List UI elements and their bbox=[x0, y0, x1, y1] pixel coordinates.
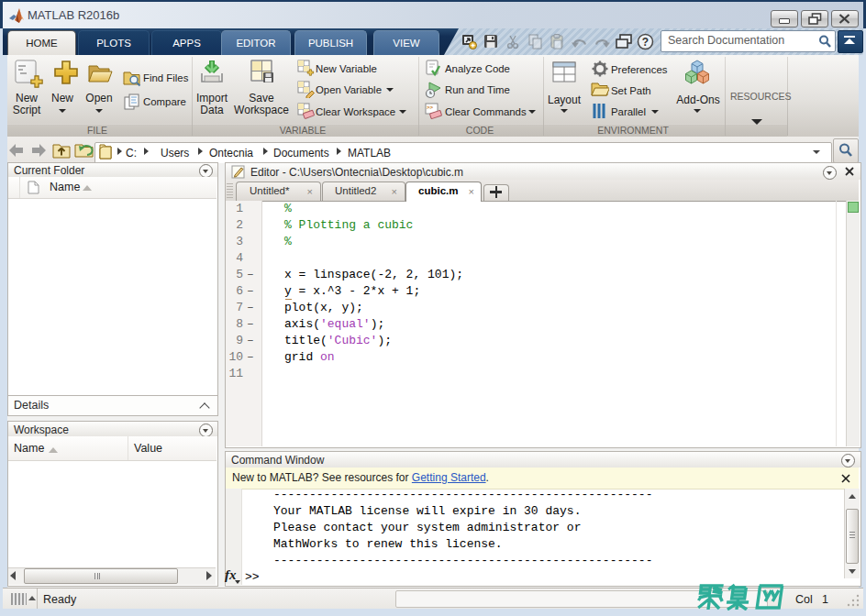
svg-text:?: ? bbox=[642, 36, 649, 49]
svg-text:>>: >> bbox=[427, 104, 434, 111]
